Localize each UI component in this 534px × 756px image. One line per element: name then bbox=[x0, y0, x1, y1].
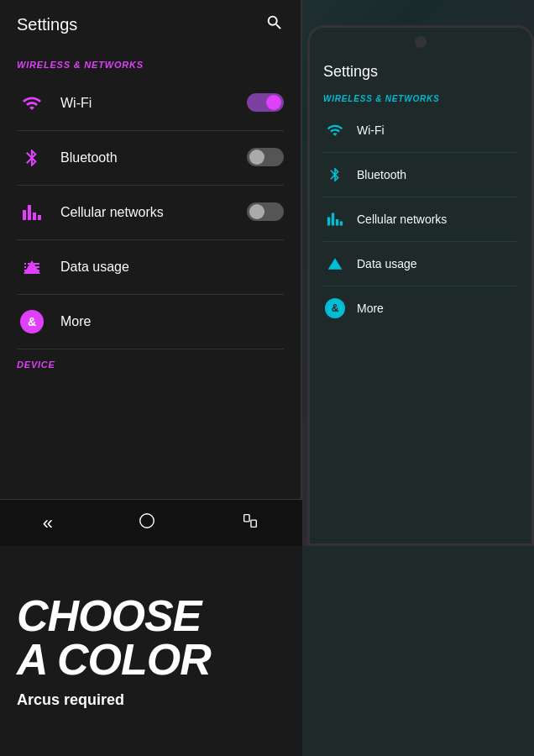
right-wifi-label: Wi-Fi bbox=[357, 123, 518, 137]
svg-rect-3 bbox=[251, 520, 256, 527]
bluetooth-icon bbox=[17, 143, 47, 173]
phone-right: Settings WIRELESS & NETWORKS Wi-Fi Bluet… bbox=[307, 25, 534, 546]
recents-nav-icon[interactable] bbox=[241, 512, 259, 535]
phone-left: Settings WIRELESS & NETWORKS Wi-Fi bbox=[0, 0, 302, 546]
right-cellular-label: Cellular networks bbox=[357, 213, 518, 226]
left-bluetooth-item[interactable]: Bluetooth bbox=[0, 131, 301, 185]
right-bluetooth-label: Bluetooth bbox=[357, 168, 518, 181]
right-header: Settings bbox=[310, 56, 531, 87]
right-cellular-item[interactable]: Cellular networks bbox=[310, 197, 531, 241]
right-cellular-icon bbox=[323, 207, 347, 231]
data-label: Data usage bbox=[60, 260, 284, 275]
right-data-item[interactable]: Data usage bbox=[310, 242, 531, 286]
more-label: More bbox=[60, 314, 284, 329]
left-cellular-item[interactable]: Cellular networks bbox=[0, 186, 301, 239]
left-device-section-label: DEVICE bbox=[0, 349, 301, 376]
promo-title: CHOOSE A COLOR bbox=[17, 594, 285, 681]
left-settings-title: Settings bbox=[17, 15, 77, 34]
right-more-label: More bbox=[357, 302, 518, 315]
left-header: Settings bbox=[0, 0, 301, 50]
camera-notch bbox=[415, 36, 427, 48]
left-wireless-section-label: WIRELESS & NETWORKS bbox=[0, 50, 301, 76]
left-bottom-nav: « bbox=[0, 499, 302, 546]
right-data-icon bbox=[323, 252, 347, 276]
more-icon: & bbox=[17, 307, 47, 337]
wifi-toggle[interactable] bbox=[247, 93, 284, 113]
right-wifi-item[interactable]: Wi-Fi bbox=[310, 108, 531, 152]
svg-marker-4 bbox=[328, 258, 343, 269]
bluetooth-label: Bluetooth bbox=[60, 150, 247, 165]
bluetooth-toggle[interactable] bbox=[247, 148, 284, 168]
right-more-icon: & bbox=[323, 297, 347, 320]
left-data-item[interactable]: Data usage bbox=[0, 240, 301, 294]
cellular-icon bbox=[17, 197, 47, 228]
left-more-item[interactable]: & More bbox=[0, 295, 301, 349]
right-data-label: Data usage bbox=[357, 257, 518, 270]
bottom-section: CHOOSE A COLOR Arcus required bbox=[0, 546, 534, 756]
right-wireless-section-label: WIRELESS & NETWORKS bbox=[310, 87, 531, 108]
back-nav-icon[interactable]: « bbox=[43, 512, 53, 534]
wifi-label: Wi-Fi bbox=[60, 96, 247, 111]
wifi-icon bbox=[17, 88, 47, 118]
left-wifi-item[interactable]: Wi-Fi bbox=[0, 76, 301, 130]
svg-rect-2 bbox=[244, 514, 249, 521]
arcus-subtitle: Arcus required bbox=[17, 691, 285, 709]
right-bluetooth-item[interactable]: Bluetooth bbox=[310, 153, 531, 197]
right-wifi-icon bbox=[323, 118, 347, 142]
promo-block: CHOOSE A COLOR Arcus required bbox=[0, 546, 302, 756]
right-settings-title: Settings bbox=[323, 63, 378, 81]
right-more-item[interactable]: & More bbox=[310, 286, 531, 330]
right-bluetooth-icon bbox=[323, 163, 347, 186]
search-icon[interactable] bbox=[265, 13, 284, 36]
svg-point-1 bbox=[140, 513, 154, 528]
data-usage-icon bbox=[17, 252, 47, 282]
cellular-label: Cellular networks bbox=[60, 205, 247, 220]
home-nav-icon[interactable] bbox=[138, 512, 156, 535]
right-bottom-fill bbox=[302, 546, 534, 756]
cellular-toggle[interactable] bbox=[247, 202, 284, 223]
